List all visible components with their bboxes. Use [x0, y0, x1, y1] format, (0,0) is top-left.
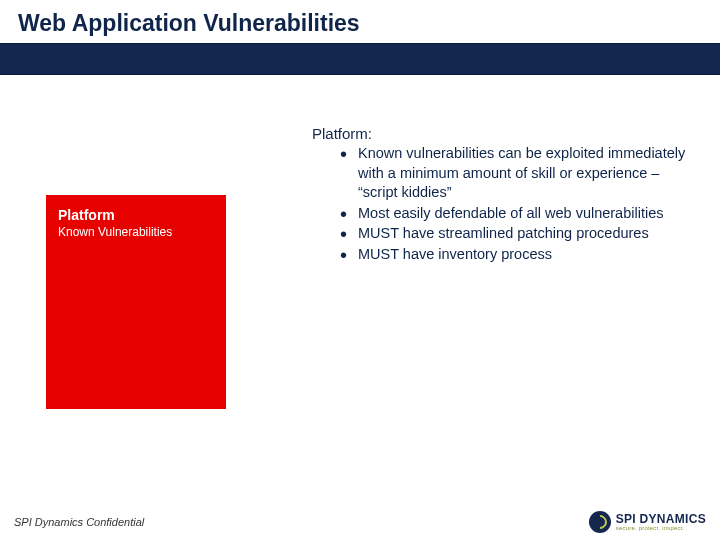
- list-item: Most easily defendable of all web vulner…: [340, 204, 692, 224]
- company-logo: SPI DYNAMICS secure. protect. inspect.: [589, 511, 706, 533]
- list-item: MUST have streamlined patching procedure…: [340, 224, 692, 244]
- header-band: [0, 43, 720, 75]
- logo-text: SPI DYNAMICS secure. protect. inspect.: [616, 513, 706, 531]
- list-item: MUST have inventory process: [340, 245, 692, 265]
- bullet-list: Known vulnerabilities can be exploited i…: [340, 144, 692, 264]
- footer: SPI Dynamics Confidential SPI DYNAMICS s…: [0, 510, 720, 540]
- logo-tagline: secure. protect. inspect.: [616, 525, 706, 531]
- list-item: Known vulnerabilities can be exploited i…: [340, 144, 692, 203]
- section-label: Platform:: [312, 125, 692, 142]
- content-area: Platform Known Vulnerabilities Platform:…: [0, 75, 720, 495]
- logo-name: SPI DYNAMICS: [616, 513, 706, 525]
- title-bar: Web Application Vulnerabilities: [0, 0, 720, 43]
- body-text: Platform: Known vulnerabilities can be e…: [312, 125, 692, 265]
- slide-title: Web Application Vulnerabilities: [18, 10, 702, 37]
- platform-box-subtitle: Known Vulnerabilities: [58, 225, 214, 240]
- platform-box-title: Platform: [58, 207, 214, 223]
- confidential-label: SPI Dynamics Confidential: [14, 516, 144, 528]
- logo-icon: [589, 511, 611, 533]
- platform-box: Platform Known Vulnerabilities: [46, 195, 226, 409]
